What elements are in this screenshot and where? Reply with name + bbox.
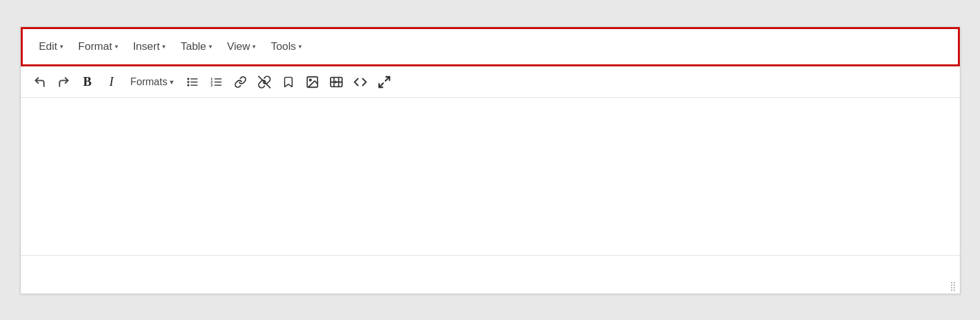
menu-edit[interactable]: Edit ▾ bbox=[33, 37, 69, 57]
svg-marker-19 bbox=[335, 80, 338, 84]
formats-chevron-icon: ▾ bbox=[170, 78, 174, 86]
menu-insert-label: Insert bbox=[133, 40, 160, 53]
redo-icon bbox=[57, 76, 70, 88]
resize-handle[interactable]: ⣿ bbox=[950, 281, 956, 291]
unlink-icon bbox=[257, 75, 271, 89]
media-icon bbox=[329, 75, 343, 89]
editor-content[interactable] bbox=[21, 98, 960, 256]
italic-button[interactable]: I bbox=[100, 71, 123, 93]
menu-view[interactable]: View ▾ bbox=[221, 37, 263, 57]
svg-rect-5 bbox=[191, 85, 198, 86]
undo-icon bbox=[33, 76, 46, 88]
redo-button[interactable] bbox=[52, 71, 75, 93]
menu-tools[interactable]: Tools ▾ bbox=[264, 37, 308, 57]
menu-table-label: Table bbox=[180, 40, 206, 53]
bold-icon: B bbox=[83, 74, 92, 89]
image-icon bbox=[305, 75, 319, 89]
formats-dropdown[interactable]: Formats ▾ bbox=[124, 71, 180, 93]
menu-insert[interactable]: Insert ▾ bbox=[127, 37, 172, 57]
toolbar: B I Formats ▾ 1 2 3 bbox=[21, 66, 960, 98]
link-icon bbox=[234, 76, 247, 88]
menu-insert-chevron: ▾ bbox=[162, 43, 165, 50]
ordered-list-button[interactable]: 1 2 3 bbox=[205, 71, 228, 93]
menu-format[interactable]: Format ▾ bbox=[72, 37, 124, 57]
menu-view-chevron: ▾ bbox=[252, 43, 256, 50]
svg-rect-3 bbox=[191, 81, 198, 83]
menu-format-chevron: ▾ bbox=[115, 43, 118, 50]
code-button[interactable] bbox=[349, 71, 372, 93]
menu-edit-label: Edit bbox=[39, 40, 57, 53]
menu-format-label: Format bbox=[78, 40, 112, 53]
menu-bar: Edit ▾ Format ▾ Insert ▾ Table ▾ View ▾ … bbox=[21, 27, 960, 66]
unordered-list-icon bbox=[186, 76, 199, 88]
menu-edit-chevron: ▾ bbox=[60, 43, 63, 50]
anchor-icon bbox=[282, 76, 295, 88]
menu-tools-label: Tools bbox=[271, 40, 296, 53]
svg-rect-1 bbox=[191, 78, 198, 80]
menu-view-label: View bbox=[227, 40, 251, 53]
code-icon bbox=[353, 75, 367, 89]
svg-rect-7 bbox=[215, 78, 222, 80]
link-button[interactable] bbox=[229, 71, 252, 93]
fullscreen-button[interactable] bbox=[373, 71, 396, 93]
bold-button[interactable]: B bbox=[76, 71, 99, 93]
svg-point-0 bbox=[187, 78, 189, 80]
editor-container: Edit ▾ Format ▾ Insert ▾ Table ▾ View ▾ … bbox=[20, 27, 960, 294]
svg-point-4 bbox=[187, 84, 189, 86]
italic-icon: I bbox=[109, 74, 114, 89]
svg-rect-11 bbox=[215, 85, 222, 86]
fullscreen-icon bbox=[377, 75, 391, 89]
unordered-list-button[interactable] bbox=[181, 71, 204, 93]
ordered-list-icon: 1 2 3 bbox=[210, 76, 223, 88]
undo-button[interactable] bbox=[28, 71, 51, 93]
anchor-button[interactable] bbox=[277, 71, 300, 93]
svg-rect-9 bbox=[215, 81, 222, 83]
svg-text:3: 3 bbox=[211, 83, 213, 86]
menu-table-chevron: ▾ bbox=[209, 43, 212, 50]
editor-footer: ⣿ bbox=[21, 256, 960, 293]
image-button[interactable] bbox=[301, 71, 324, 93]
media-button[interactable] bbox=[325, 71, 348, 93]
menu-table[interactable]: Table ▾ bbox=[174, 37, 218, 57]
svg-point-14 bbox=[310, 79, 312, 81]
unlink-button[interactable] bbox=[253, 71, 276, 93]
editor-body: ⣿ bbox=[21, 98, 960, 293]
formats-label: Formats bbox=[131, 76, 168, 88]
svg-point-2 bbox=[187, 81, 189, 83]
menu-tools-chevron: ▾ bbox=[298, 43, 302, 50]
